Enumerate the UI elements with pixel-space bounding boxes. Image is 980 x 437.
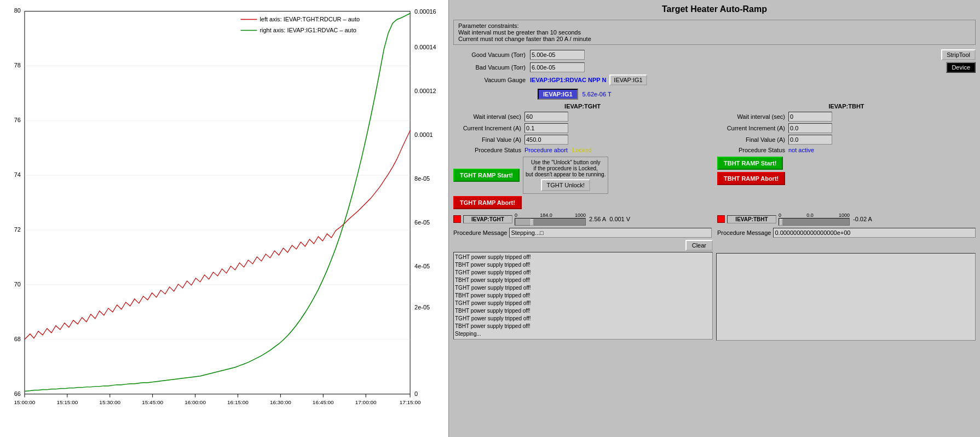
log-box-right[interactable] (716, 253, 976, 341)
log-entry: TGHT power supply tripped off! (455, 300, 711, 307)
tght-wait-label: Wait interval (sec) (453, 113, 524, 120)
tght-bar-voltage: 0.001 V (609, 216, 630, 222)
svg-text:left axis: IEVAP:TGHT:RDCUR  –: left axis: IEVAP:TGHT:RDCUR – auto (260, 16, 360, 22)
param-line1: Wait interval must be greater than 10 se… (458, 29, 971, 36)
tght-bar-mid: 184.0 (540, 212, 552, 218)
tght-status-locked: Locked (572, 147, 591, 153)
tght-increment-input[interactable] (524, 123, 568, 133)
tbht-proc-msg-row: Procedure Message (717, 228, 976, 238)
param-line2: Current must not change faster than 20 A… (458, 36, 971, 42)
svg-text:16:15:00: 16:15:00 (227, 399, 249, 405)
ig1-button[interactable]: IEVAP:IG1 (609, 74, 647, 85)
unlock-note-box: Use the "Unlock" button onlyif the proce… (523, 157, 608, 194)
tbht-wait-label: Wait interval (sec) (717, 113, 788, 120)
tght-unlock-button[interactable]: TGHT Unlock! (541, 179, 590, 191)
tght-column: IEVAP:TGHT Wait interval (sec) Current I… (453, 103, 712, 153)
svg-text:4e-05: 4e-05 (414, 263, 430, 269)
panel-title: Target Heater Auto-Ramp (453, 4, 976, 14)
log-entry: TGHT power supply tripped off! (455, 254, 711, 261)
tbht-bar[interactable] (779, 218, 850, 226)
tght-bar-scale: 0 184.0 1000 (515, 212, 586, 218)
good-vacuum-label: Good Vacuum (Torr) (453, 51, 530, 58)
log-section: Clear TGHT power supply tripped off!TBHT… (453, 240, 976, 341)
svg-text:68: 68 (14, 336, 21, 342)
tght-proc-msg-row: Procedure Message (453, 228, 712, 238)
param-title: Parameter constraints: (458, 22, 971, 29)
tbht-bar-thumb[interactable] (780, 219, 783, 226)
tbht-finalval-input[interactable] (788, 135, 832, 145)
log-entry: TBHT power supply tripped off! (455, 323, 711, 330)
tbht-ramp-start-button[interactable]: TBHT RAMP Start! (717, 157, 783, 170)
svg-text:0.00014: 0.00014 (414, 44, 436, 50)
log-entry: TGHT power supply tripped off! (455, 284, 711, 292)
tght-status-label: Procedure Status (453, 147, 524, 153)
tbht-red-indicator (717, 215, 725, 223)
svg-text:0.0001: 0.0001 (414, 131, 433, 138)
device-button[interactable]: Device (946, 62, 976, 73)
param-constraints: Parameter constraints: Wait interval mus… (453, 20, 976, 45)
svg-text:76: 76 (14, 117, 21, 123)
tbht-bar-mid: 0.0 (806, 212, 814, 218)
vacuum-gauge-name: IEVAP:IGP1:RDVAC NPP N (530, 77, 609, 83)
tbht-bar-label: IEVAP:TBHT (727, 215, 776, 223)
tght-proc-msg-input[interactable] (509, 228, 712, 238)
tght-status-value: Procedure abort (524, 147, 568, 153)
svg-text:70: 70 (14, 281, 21, 288)
tbht-status-label: Procedure Status (717, 147, 788, 153)
tght-ramp-abort-button[interactable]: TGHT RAMP Abort! (453, 196, 522, 209)
svg-text:8e-05: 8e-05 (414, 175, 430, 182)
svg-text:0.00012: 0.00012 (414, 88, 436, 94)
chart-panel: 66 68 70 72 74 76 78 80 0 2e-05 4e-05 6e… (0, 0, 449, 437)
bad-vacuum-label: Bad Vacuum (Torr) (453, 64, 530, 71)
svg-text:right axis: IEVAP:IG1:RDVAC  –: right axis: IEVAP:IG1:RDVAC – auto (260, 27, 356, 33)
svg-text:0: 0 (414, 390, 418, 397)
tght-buttons: TGHT RAMP Start! Use the "Unlock" button… (453, 157, 712, 209)
tght-ramp-start-button[interactable]: TGHT RAMP Start! (453, 169, 520, 182)
vacuum-gauge-label: Vacuum Gauge (453, 77, 530, 83)
striptool-button[interactable]: StripTool (941, 49, 976, 60)
tbht-proc-msg-input[interactable] (773, 228, 976, 238)
unlock-note-text: Use the "Unlock" button onlyif the proce… (526, 159, 606, 177)
tght-bar-min: 0 (515, 212, 517, 218)
tght-bar-label: IEVAP:TGHT (463, 215, 512, 223)
log-entry: Stepping... (455, 330, 711, 338)
tght-header: IEVAP:TGHT (453, 103, 712, 110)
tbht-increment-input[interactable] (788, 123, 832, 133)
good-vacuum-input[interactable] (530, 50, 585, 60)
tght-finalval-input[interactable] (524, 135, 568, 145)
tbht-wait-input[interactable] (788, 112, 832, 122)
tght-bar-section: IEVAP:TGHT 0 184.0 1000 2.56 A 0.001 V (453, 212, 712, 226)
svg-text:0.00016: 0.00016 (414, 8, 436, 15)
tght-bar-current: 2.56 A (589, 216, 606, 222)
svg-text:16:00:00: 16:00:00 (185, 399, 206, 405)
svg-text:74: 74 (14, 171, 21, 178)
tbht-column: IEVAP:TBHT Wait interval (sec) Current I… (717, 103, 976, 153)
tbht-bar-scale: 0 0.0 1000 (779, 212, 850, 218)
ig1-indicator: IEVAP:IG1 (538, 89, 578, 100)
svg-text:66: 66 (14, 390, 21, 397)
tbht-status-value: not active (788, 147, 814, 153)
svg-text:80: 80 (14, 7, 21, 14)
bad-vacuum-input[interactable] (530, 62, 585, 72)
ig1-reading: 5.62e-06 T (583, 91, 612, 97)
svg-text:17:15:00: 17:15:00 (400, 399, 421, 405)
svg-text:15:15:00: 15:15:00 (56, 399, 78, 405)
svg-text:78: 78 (14, 62, 21, 68)
tght-wait-input[interactable] (524, 112, 568, 122)
svg-text:15:30:00: 15:30:00 (99, 399, 120, 405)
tbht-bar-current: -0.02 A (853, 216, 872, 222)
svg-text:72: 72 (14, 226, 21, 233)
clear-button[interactable]: Clear (685, 240, 713, 251)
tbht-header: IEVAP:TBHT (717, 103, 976, 110)
svg-text:15:45:00: 15:45:00 (142, 399, 163, 405)
tght-proc-msg-label: Procedure Message (453, 229, 507, 236)
tbht-ramp-abort-button[interactable]: TBHT RAMP Abort! (717, 172, 785, 185)
log-entry: TBHT power supply tripped off! (455, 277, 711, 284)
log-box-left[interactable]: TGHT power supply tripped off!TBHT power… (453, 252, 713, 340)
tbht-bar-section: IEVAP:TBHT 0 0.0 1000 -0.02 A (717, 212, 976, 226)
log-entry: TGHT power supply tripped off! (455, 269, 711, 277)
log-container-left: Clear TGHT power supply tripped off!TBHT… (453, 240, 713, 341)
svg-text:16:45:00: 16:45:00 (313, 399, 334, 405)
tght-bar-thumb[interactable] (531, 219, 534, 226)
tght-bar[interactable] (515, 218, 586, 226)
